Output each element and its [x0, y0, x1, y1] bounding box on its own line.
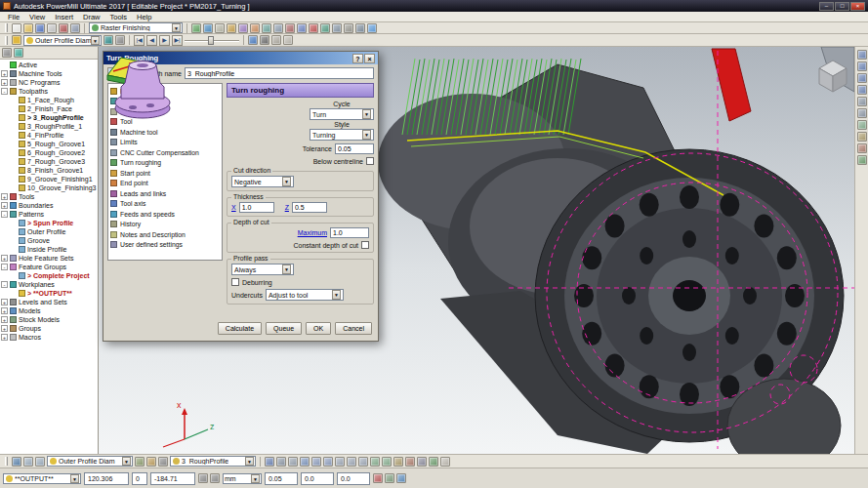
active-toolpath-combo[interactable]: 3_RoughProfile ▼ [170, 456, 256, 467]
block-icon[interactable] [215, 23, 225, 33]
style-dropdown[interactable]: Turning ▼ [310, 129, 374, 141]
info-icon[interactable] [396, 473, 406, 483]
chevron-down-icon[interactable]: ▼ [245, 457, 254, 466]
dialog-tree-item-notes-and-description[interactable]: Notes and Description [110, 229, 220, 240]
snap-icon[interactable] [198, 473, 208, 483]
tree-expander-icon[interactable]: + [1, 255, 8, 262]
dialog-help-button[interactable]: ? [352, 54, 363, 63]
dialog-tree-item-history[interactable]: History [110, 220, 220, 230]
tree-expander-icon[interactable]: + [1, 193, 8, 200]
cut-direction-dropdown[interactable]: Negative ▼ [231, 176, 294, 187]
chevron-down-icon[interactable]: ▼ [70, 474, 79, 483]
workplane-icon[interactable] [262, 23, 271, 33]
nc-program-icon[interactable] [332, 23, 342, 33]
detach-toolbar-icon[interactable] [271, 35, 281, 45]
explorer-item-complete-project[interactable]: > Complete Project [0, 271, 98, 280]
menu-file[interactable]: File [8, 13, 20, 21]
explorer-item-tools[interactable]: +Tools [0, 192, 98, 201]
tree-expander-icon[interactable]: - [1, 211, 8, 218]
active-toolpath-icon[interactable] [12, 35, 21, 45]
status-tolerance-field[interactable]: 0.05 [265, 472, 298, 485]
leads-links-icon[interactable] [285, 23, 295, 33]
ok-button[interactable]: OK [306, 322, 331, 335]
chevron-down-icon[interactable]: ▼ [122, 457, 131, 466]
pan-tool-icon[interactable] [857, 132, 867, 142]
explorer-item-models[interactable]: +Models [0, 306, 98, 315]
slider-handle[interactable] [208, 36, 214, 45]
chevron-down-icon[interactable]: ▼ [332, 290, 341, 300]
feeds-speeds-icon[interactable] [297, 23, 307, 33]
collision-check-icon[interactable] [309, 23, 318, 33]
menu-view[interactable]: View [29, 13, 45, 21]
explorer-item-nc-programs[interactable]: +NC Programs [0, 78, 98, 87]
strategy-combo[interactable]: Raster Finishing ▼ [89, 22, 183, 33]
dialog-tree-item-cnc-cutter-compensation[interactable]: CNC Cutter Compensation [110, 147, 220, 158]
view-side-icon[interactable] [857, 73, 867, 83]
dialog-tree-item-limits[interactable]: Limits [110, 138, 220, 148]
axis-lock-icon[interactable] [210, 473, 220, 483]
active-workplane-combo[interactable]: **OUTPUT** ▼ [3, 473, 81, 484]
pattern-icon[interactable] [250, 23, 260, 33]
chevron-down-icon[interactable]: ▼ [362, 109, 371, 119]
explorer-item-macros[interactable]: +Macros [0, 333, 98, 342]
step-back-button[interactable]: ◀ [146, 35, 157, 46]
tree-expander-icon[interactable]: + [1, 325, 8, 332]
side-view-icon[interactable] [358, 457, 368, 467]
chevron-down-icon[interactable]: ▼ [91, 36, 100, 45]
dialog-tree-item-tool-axis[interactable]: Tool axis [110, 199, 220, 210]
cursor-mid-field[interactable]: 0 [132, 472, 147, 485]
print-icon[interactable] [47, 23, 57, 33]
explorer-item-outer-profile[interactable]: Outer Profile [0, 227, 98, 236]
table-view-icon[interactable] [260, 35, 269, 45]
go-end-button[interactable]: ▶| [172, 35, 183, 46]
help-icon[interactable] [367, 23, 377, 33]
hidden-line-icon[interactable] [288, 457, 298, 467]
tool-icon[interactable] [227, 23, 236, 33]
refresh-tool-icon[interactable] [857, 155, 867, 165]
maximize-button[interactable]: □ [835, 2, 849, 11]
explorer-item-8-finish-groove1[interactable]: 8_Finish_Groove1 [0, 166, 98, 175]
viewport-3d[interactable]: x z Turn Roughing ? × Toolpath name Feat… [99, 47, 854, 454]
status-extra-field[interactable]: 0.0 [337, 472, 370, 485]
explorer-item-active[interactable]: Active [0, 61, 98, 69]
close-button[interactable]: × [850, 2, 865, 11]
cycle-dropdown[interactable]: Turn ▼ [310, 108, 374, 120]
thickness-x-button[interactable]: X [231, 204, 236, 211]
tree-expander-icon[interactable]: + [1, 316, 8, 323]
explorer-item-1-face-rough[interactable]: 1_Face_Rough [0, 96, 98, 104]
chevron-down-icon[interactable]: ▼ [282, 264, 291, 274]
explorer-item-3-roughprofile[interactable]: > 3_RoughProfile [0, 113, 98, 122]
explorer-item-7-rough-groove3[interactable]: 7_Rough_Groove3 [0, 157, 98, 166]
toolbar-grip[interactable] [5, 457, 8, 466]
cursor-x-field[interactable]: 120.306 [84, 472, 129, 485]
tolerance-input[interactable] [335, 143, 374, 154]
view-front-icon[interactable] [857, 61, 867, 71]
chevron-down-icon[interactable]: ▼ [172, 23, 181, 32]
explorer-item-spun-profile[interactable]: > Spun Profile [0, 219, 98, 227]
shade-toggle-icon[interactable] [857, 97, 867, 106]
calculate-button[interactable]: Calculate [218, 322, 262, 335]
simulation-speed-slider[interactable] [185, 36, 239, 45]
explorer-item-boundaries[interactable]: +Boundaries [0, 201, 98, 210]
tree-expander-icon[interactable]: + [1, 79, 8, 86]
measure-icon[interactable] [158, 457, 168, 467]
viewmill-icon[interactable] [320, 23, 330, 33]
play-button[interactable]: ▶ [159, 35, 170, 46]
menu-draw[interactable]: Draw [83, 13, 101, 21]
explorer-model-icon[interactable] [14, 48, 23, 58]
simulation-mode-icon[interactable] [248, 35, 258, 45]
explorer-item-toolpaths[interactable]: -Toolpaths [0, 87, 98, 96]
feature-set-icon[interactable] [273, 23, 283, 33]
go-start-button[interactable]: |◀ [134, 35, 145, 46]
thickness-x-input[interactable] [239, 202, 274, 213]
pan-view-icon[interactable] [393, 457, 403, 467]
dialog-tree-item-machine-tool[interactable]: Machine tool [110, 127, 220, 138]
stock-model-status-icon[interactable] [385, 473, 394, 483]
rotate-tool-icon[interactable] [857, 143, 867, 153]
chevron-down-icon[interactable]: ▼ [362, 130, 371, 140]
explorer-item--output-[interactable]: > **OUTPUT** [0, 289, 98, 298]
menu-help[interactable]: Help [137, 13, 151, 21]
minimize-button[interactable]: – [819, 2, 834, 11]
new-project-icon[interactable] [12, 23, 21, 33]
zoom-tool-icon[interactable] [857, 120, 867, 130]
